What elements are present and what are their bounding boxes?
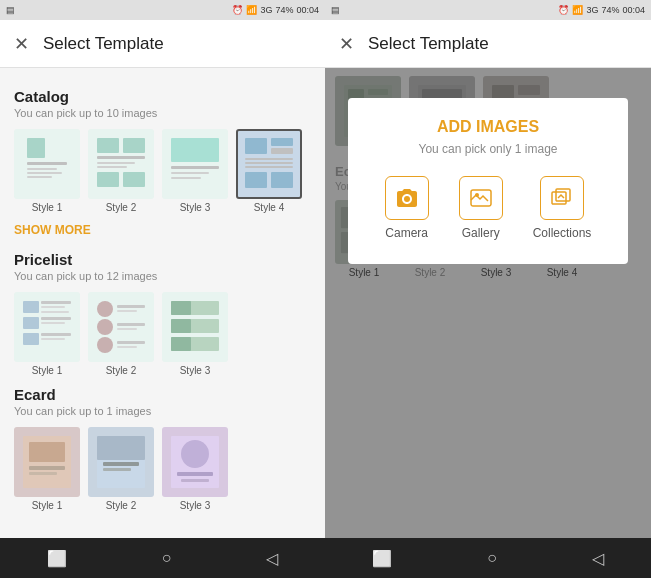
svg-rect-12: [171, 138, 219, 162]
svg-rect-46: [171, 319, 191, 333]
svg-point-87: [404, 196, 410, 202]
svg-rect-50: [29, 442, 65, 462]
gallery-icon: [459, 176, 503, 220]
modal-overlay: ADD IMAGES You can pick only 1 image Cam…: [325, 68, 651, 538]
content-left: Catalog You can pick up to 10 images: [0, 68, 325, 538]
svg-rect-9: [97, 166, 127, 168]
ecard-label3: Style 3: [180, 500, 211, 511]
modal-options: Camera Gallery: [385, 176, 592, 240]
page-title-right: Select Template: [368, 34, 489, 54]
svg-rect-91: [556, 189, 570, 201]
svg-rect-24: [23, 301, 39, 313]
svg-rect-39: [117, 328, 137, 330]
camera-icon: [385, 176, 429, 220]
pricelist-title: Pricelist: [14, 251, 311, 268]
collections-option[interactable]: Collections: [533, 176, 592, 240]
svg-point-34: [97, 301, 113, 317]
ecard-label1: Style 1: [32, 500, 63, 511]
catalog-svg2: [93, 134, 149, 194]
pricelist-thumb1: [14, 292, 80, 362]
catalog-svg1: [19, 134, 75, 194]
svg-rect-42: [117, 346, 137, 348]
svg-rect-17: [271, 138, 293, 146]
svg-rect-8: [97, 162, 135, 164]
nav-circle-icon-r[interactable]: ○: [487, 549, 497, 567]
svg-rect-5: [97, 138, 119, 153]
pricelist-thumb2: [88, 292, 154, 362]
ecard-title: Ecard: [14, 386, 311, 403]
status-right: ⏰ 📶 3G 74% 00:04: [232, 5, 319, 15]
svg-rect-15: [171, 177, 201, 179]
svg-rect-36: [117, 310, 137, 312]
camera-option[interactable]: Camera: [385, 176, 429, 240]
ecard-thumb2: [88, 427, 154, 497]
svg-rect-10: [97, 172, 119, 187]
content-right: Style 1 Style 2: [325, 68, 651, 538]
svg-rect-52: [29, 472, 57, 475]
svg-point-37: [97, 319, 113, 335]
close-button-right[interactable]: ✕: [339, 33, 354, 55]
time-text: 00:04: [296, 5, 319, 15]
collections-icon: [540, 176, 584, 220]
nav-back-icon[interactable]: ◁: [266, 549, 278, 568]
svg-rect-23: [271, 172, 293, 188]
right-screen: ▤ ⏰ 📶 3G 74% 00:04 ✕ Select Template: [325, 0, 651, 578]
svg-rect-48: [171, 337, 191, 351]
pricelist-style3[interactable]: Style 3: [162, 292, 228, 376]
nav-square-icon-r[interactable]: ⬜: [372, 549, 392, 568]
svg-rect-4: [27, 176, 52, 178]
svg-point-89: [475, 193, 479, 197]
nav-square-icon[interactable]: ⬜: [47, 549, 67, 568]
signal-text: 3G: [260, 5, 272, 15]
svg-rect-58: [181, 440, 209, 468]
status-right-right: ⏰ 📶 3G 74% 00:04: [558, 5, 645, 15]
nav-back-icon-r[interactable]: ◁: [592, 549, 604, 568]
battery-text: 74%: [275, 5, 293, 15]
svg-rect-19: [245, 158, 293, 160]
svg-rect-18: [271, 148, 293, 154]
ecard-style3[interactable]: Style 3: [162, 427, 228, 511]
ecard-style1[interactable]: Style 1: [14, 427, 80, 511]
pricelist-label2: Style 2: [106, 365, 137, 376]
svg-rect-1: [27, 162, 67, 165]
alarm-icon: ⏰: [232, 5, 243, 15]
camera-svg: [395, 186, 419, 210]
show-more-button[interactable]: SHOW MORE: [14, 223, 311, 237]
svg-rect-29: [41, 317, 71, 320]
time-text-r: 00:04: [622, 5, 645, 15]
svg-rect-59: [177, 472, 213, 476]
ecard-thumb3: [162, 427, 228, 497]
svg-rect-38: [117, 323, 145, 326]
status-bar-right: ▤ ⏰ 📶 3G 74% 00:04: [325, 0, 651, 20]
pricelist-label3: Style 3: [180, 365, 211, 376]
ecard-style2[interactable]: Style 2: [88, 427, 154, 511]
signal-icon: ▤: [6, 5, 15, 15]
catalog-style4[interactable]: Style 4: [236, 129, 302, 213]
catalog-thumb3: [162, 129, 228, 199]
svg-rect-3: [27, 172, 62, 174]
svg-rect-41: [117, 341, 145, 344]
svg-rect-2: [27, 168, 57, 170]
catalog-style2[interactable]: Style 2: [88, 129, 154, 213]
svg-rect-13: [171, 166, 219, 169]
catalog-thumb4: [236, 129, 302, 199]
pricelist-style1[interactable]: Style 1: [14, 292, 80, 376]
pricelist-grid: Style 1: [14, 292, 311, 376]
nav-circle-icon[interactable]: ○: [162, 549, 172, 567]
gallery-label: Gallery: [462, 226, 500, 240]
svg-point-40: [97, 337, 113, 353]
catalog-subtitle: You can pick up to 10 images: [14, 107, 311, 119]
catalog-style3[interactable]: Style 3: [162, 129, 228, 213]
close-button-left[interactable]: ✕: [14, 33, 29, 55]
catalog-thumb2: [88, 129, 154, 199]
svg-rect-27: [41, 311, 69, 313]
catalog-style1[interactable]: Style 1: [14, 129, 80, 213]
gallery-option[interactable]: Gallery: [459, 176, 503, 240]
pricelist-style2[interactable]: Style 2: [88, 292, 154, 376]
ecard-section: Ecard You can pick up to 1 images Style …: [14, 386, 311, 511]
signal-icon-r: ▤: [331, 5, 340, 15]
alarm-icon-r: ⏰: [558, 5, 569, 15]
pricelist-label1: Style 1: [32, 365, 63, 376]
collections-label: Collections: [533, 226, 592, 240]
ecard-svg3: [167, 432, 223, 492]
